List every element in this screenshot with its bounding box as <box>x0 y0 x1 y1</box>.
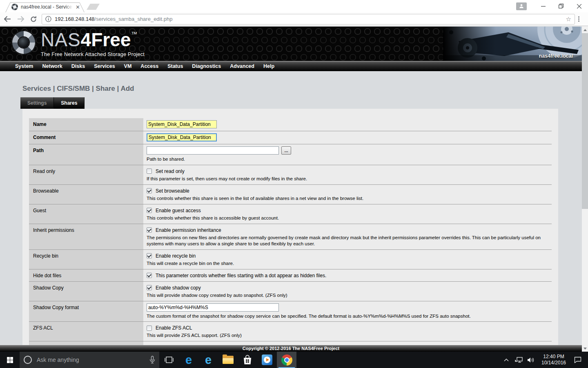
form-row-recycle-bin: Recycle binEnable recycle binThis will c… <box>29 250 552 269</box>
form-row-path: Path...Path to be shared. <box>29 144 552 165</box>
url-text: 192.168.248.148/services_samba_share_edi… <box>55 16 566 22</box>
nas4free-logo-icon <box>11 30 36 55</box>
hostname-badge: nas4free.local <box>539 53 573 59</box>
shadow-copy-checkbox[interactable] <box>147 285 152 290</box>
minimize-button[interactable] <box>534 0 552 12</box>
recycle-bin-helper-text: This will create a recycle bin on the sh… <box>147 260 548 267</box>
nav-item-advanced[interactable]: Advanced <box>225 63 259 69</box>
nav-item-status[interactable]: Status <box>163 63 187 69</box>
taskbar-media-player-icon[interactable] <box>257 352 277 368</box>
browseable-label: Browseable <box>29 185 143 204</box>
start-button[interactable] <box>0 352 20 368</box>
chrome-logo <box>281 355 292 366</box>
nav-item-diagnostics[interactable]: Diagnostics <box>187 63 225 69</box>
taskbar-edge-icon[interactable]: e <box>179 352 198 368</box>
tab-close-icon[interactable]: ✕ <box>76 4 80 10</box>
restore-button[interactable] <box>552 0 570 12</box>
inherit-permissions-checkbox[interactable] <box>147 227 152 233</box>
form-row-hide-dot-files: Hide dot filesThis parameter controls wh… <box>29 269 552 282</box>
vertical-scrollbar[interactable] <box>582 27 588 352</box>
comment-label: Comment <box>29 131 143 144</box>
tab-border-left <box>5 2 11 12</box>
path-content: ...Path to be shared. <box>143 144 552 165</box>
refresh-button[interactable] <box>28 13 39 25</box>
window-controls <box>516 0 588 12</box>
nav-item-services[interactable]: Services <box>89 63 119 69</box>
read-only-checkbox[interactable] <box>147 168 152 174</box>
search-placeholder: Ask me anything <box>37 357 149 363</box>
shadow-copy-format-input[interactable] <box>147 303 279 312</box>
nav-item-vm[interactable]: VM <box>120 63 136 69</box>
scroll-down-arrow[interactable] <box>582 345 588 352</box>
volume-icon[interactable] <box>526 352 536 368</box>
new-tab-button[interactable] <box>87 4 100 10</box>
recycle-bin-checkbox-row: Enable recycle bin <box>147 252 548 259</box>
taskbar-clock[interactable]: 12:40 PM 10/14/2016 <box>538 354 569 366</box>
forward-button[interactable] <box>15 13 26 25</box>
bookmark-star-icon[interactable]: ☆ <box>566 16 571 23</box>
cortana-icon <box>24 356 32 364</box>
network-icon[interactable] <box>514 352 523 368</box>
copyright-text: Copyright © 2012-2016 The NAS4Free Proje… <box>243 346 339 351</box>
logo-tagline: The Free Network Attached Storage Projec… <box>41 52 145 57</box>
inherit-permissions-helper-text: The permissions on new files and directo… <box>147 235 548 247</box>
task-view-button[interactable] <box>159 352 179 368</box>
taskbar-store-icon[interactable] <box>238 352 257 368</box>
tab-settings[interactable]: Settings <box>20 97 54 109</box>
media-player-icon <box>262 355 272 365</box>
nas4free-logo: NAS4FreeTM The Free Network Attached Sto… <box>11 30 145 57</box>
zfs-acl-checkbox[interactable] <box>147 325 152 331</box>
browseable-checkbox[interactable] <box>147 188 152 193</box>
hide-dot-files-checkbox[interactable] <box>147 273 152 278</box>
recycle-bin-checkbox[interactable] <box>147 253 152 258</box>
comment-input[interactable] <box>147 133 217 141</box>
page-info-icon[interactable] <box>45 16 51 22</box>
nav-item-help[interactable]: Help <box>259 63 279 69</box>
action-center-icon[interactable] <box>572 352 584 368</box>
taskbar-chrome-icon[interactable] <box>277 352 296 368</box>
shadow-copy-format-content: The custom format of the snapshot for sh… <box>143 301 552 322</box>
guest-checkbox-label: Enable guest access <box>156 208 201 213</box>
close-window-button[interactable] <box>570 0 588 12</box>
inherit-permissions-label: Inherit permissions <box>29 224 143 249</box>
nav-item-disks[interactable]: Disks <box>67 63 89 69</box>
profile-icon[interactable] <box>516 2 527 10</box>
browseable-checkbox-label: Set browseable <box>156 188 189 194</box>
nav-item-network[interactable]: Network <box>38 63 67 69</box>
page-body: Services | CIFS/SMB | Share | Add Settin… <box>0 71 582 345</box>
name-input[interactable] <box>147 120 217 128</box>
read-only-checkbox-label: Set read only <box>156 168 185 174</box>
taskbar-ie-icon[interactable]: e <box>198 352 218 368</box>
path-browse-button[interactable]: ... <box>281 146 291 155</box>
url-path: /services_samba_share_edit.php <box>95 16 173 22</box>
back-button[interactable] <box>2 13 13 25</box>
scrollbar-thumb[interactable] <box>582 33 588 209</box>
path-input[interactable] <box>147 146 279 155</box>
nas4free-favicon <box>11 4 18 10</box>
taskbar-file-explorer-icon[interactable] <box>218 352 238 368</box>
path-label: Path <box>29 144 143 165</box>
browser-menu-icon[interactable] <box>578 16 579 22</box>
guest-checkbox[interactable] <box>147 208 152 213</box>
name-label: Name <box>29 118 143 131</box>
zfs-acl-label: ZFS ACL <box>29 322 143 341</box>
form-row-comment: Comment <box>29 131 552 144</box>
site-footer: Copyright © 2012-2016 The NAS4Free Proje… <box>0 345 582 352</box>
microphone-icon[interactable] <box>149 356 155 364</box>
tray-chevron-icon[interactable] <box>501 352 511 368</box>
url-bar[interactable]: 192.168.248.148/services_samba_share_edi… <box>42 14 575 25</box>
nav-item-access[interactable]: Access <box>136 63 163 69</box>
shadow-copy-format-label: Shadow Copy format <box>29 301 143 322</box>
scroll-up-arrow[interactable] <box>582 27 588 33</box>
inherit-acl-content: Enable ACL inheritance <box>143 341 552 345</box>
form-row-browseable: BrowseableSet browseableThis controls wh… <box>29 185 552 204</box>
browser-tab[interactable]: nas4free.local - Services| ✕ <box>6 2 84 12</box>
form-row-inherit-permissions: Inherit permissionsEnable permission inh… <box>29 224 552 250</box>
zfs-acl-helper-text: This will provide ZFS ACL support. (ZFS … <box>147 332 548 339</box>
nav-item-system[interactable]: System <box>11 63 38 69</box>
inherit-permissions-checkbox-label: Enable permission inheritance <box>156 227 221 233</box>
store-bag-icon <box>243 355 252 365</box>
tab-shares[interactable]: Shares <box>54 97 85 109</box>
cortana-search-box[interactable]: Ask me anything <box>20 352 159 368</box>
logo-text-nas: NAS <box>41 30 81 49</box>
